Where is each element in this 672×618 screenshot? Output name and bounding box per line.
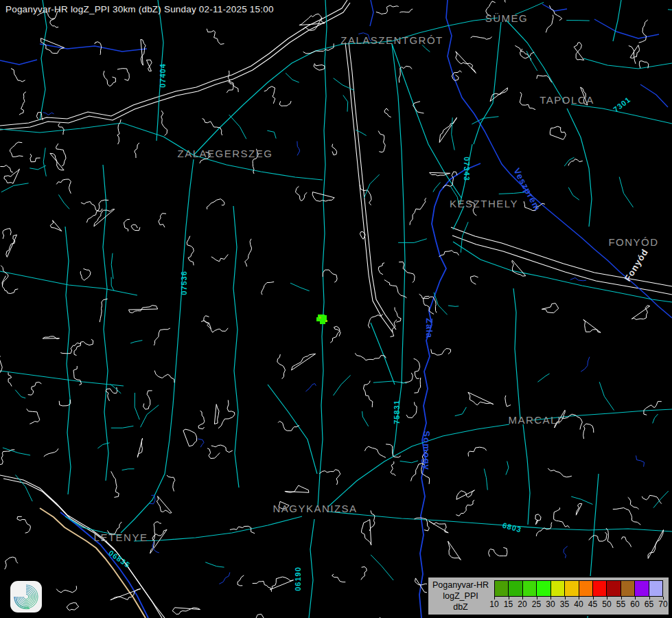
settlement-outline (172, 608, 200, 615)
stream-line (198, 439, 204, 447)
settlement-outline (0, 165, 13, 172)
settlement-outline (204, 316, 211, 329)
minor-road-line (619, 177, 633, 207)
settlement-outline (94, 209, 115, 227)
settlement-outline (399, 9, 413, 12)
legend-tick-value: 70 (658, 599, 667, 609)
road-line (0, 371, 124, 386)
city-label: MARCALI (508, 414, 561, 426)
legend-panel: Poganyvar-HR logZ_PPI dbZ 10152025303540… (427, 576, 670, 616)
settlement-outline (332, 144, 337, 155)
settlement-outline (542, 304, 558, 313)
settlement-outline (44, 448, 58, 457)
legend-unit: dbZ (428, 602, 493, 613)
minor-road-line (484, 469, 487, 490)
settlement-outline (0, 450, 14, 468)
river-line (640, 84, 668, 107)
settlement-outline (201, 321, 228, 332)
road-line (0, 271, 137, 295)
legend-cell-60 (635, 581, 649, 596)
minor-road-line (15, 390, 25, 398)
settlement-outline (161, 111, 167, 136)
legend-tick-value: 35 (560, 599, 569, 609)
road-line (194, 41, 392, 155)
road-line (453, 206, 464, 229)
settlement-outline (167, 475, 175, 492)
settlement-outline (613, 508, 641, 525)
settlement-outline (471, 276, 478, 284)
settlement-outline (159, 214, 166, 227)
road-line (474, 22, 501, 144)
minor-road-line (1, 183, 29, 192)
settlement-outline (152, 522, 161, 540)
settlement-outline (131, 225, 140, 231)
minor-road-line (356, 130, 366, 135)
stream-line (219, 573, 230, 584)
settlement-outline (360, 185, 371, 205)
area-label: Somogy (421, 431, 432, 470)
settlement-outline (211, 445, 233, 453)
settlement-outline (73, 366, 82, 385)
settlement-outline (395, 308, 401, 323)
minor-road-line (566, 21, 590, 21)
city-label: FONYÓD (608, 236, 658, 248)
settlement-outline (117, 69, 129, 81)
minor-road-line (58, 194, 69, 209)
settlement-outline (399, 262, 415, 282)
settlement-outline (95, 42, 102, 55)
settlement-outline (583, 319, 601, 332)
legend-color-scale: 10152025303540455055606570 (494, 580, 663, 615)
settlement-outline (431, 349, 451, 355)
legend-cell-15 (509, 581, 522, 596)
minor-road-line (334, 78, 354, 91)
settlement-outline (378, 131, 385, 152)
river-line (370, 0, 373, 26)
minor-road-line (455, 407, 467, 416)
settlement-outline (515, 45, 531, 60)
settlement-outline (59, 400, 71, 406)
settlement-outline (67, 603, 79, 610)
settlement-outline (550, 126, 566, 139)
city-label: NAGYKANIZSA (273, 503, 357, 514)
city-label: LETENYE (94, 531, 148, 543)
settlement-outline (237, 575, 244, 586)
settlement-outline (332, 574, 346, 582)
settlement-outline (330, 326, 340, 343)
minor-road-line (371, 555, 393, 580)
settlement-outline (319, 470, 340, 485)
city-label: KESZTHELY (450, 198, 518, 209)
settlement-outline (644, 402, 662, 415)
settlement-outline (303, 43, 334, 54)
legend-cell-45 (593, 581, 607, 596)
settlement-outline (3, 229, 11, 239)
legend-tick-value: 45 (588, 599, 597, 609)
settlement-outline (648, 530, 664, 559)
settlement-outline (364, 446, 386, 457)
settlement-outline (414, 358, 420, 378)
radar-screen: Poganyvar-HR logZ_PPI 30km (dbZ) Sunday … (0, 0, 672, 618)
settlement-outline (429, 521, 448, 533)
legend-cell-35 (565, 581, 579, 596)
river-line (60, 512, 148, 618)
legend-tick-value: 20 (518, 599, 526, 609)
road-number-label: 07343 (463, 157, 471, 181)
city-label: ZALASZENTGRÓT (340, 34, 443, 46)
stream-line (297, 141, 300, 156)
settlement-outline (218, 400, 235, 428)
settlement-outline (292, 354, 316, 370)
settlement-outline (4, 169, 20, 183)
settlement-outline (245, 239, 252, 266)
settlement-outline (50, 153, 64, 170)
minor-road-line (472, 117, 498, 124)
road-line (392, 44, 405, 385)
minor-road-line (433, 183, 441, 192)
road-line (103, 165, 108, 481)
settlement-outline (512, 260, 526, 276)
minor-road-line (364, 174, 380, 198)
stream-line (305, 384, 316, 392)
road-line (328, 424, 509, 507)
minor-road-line (343, 95, 348, 112)
legend-tick-value: 65 (645, 599, 653, 609)
settlement-outline (548, 468, 572, 477)
river-line (542, 4, 567, 11)
